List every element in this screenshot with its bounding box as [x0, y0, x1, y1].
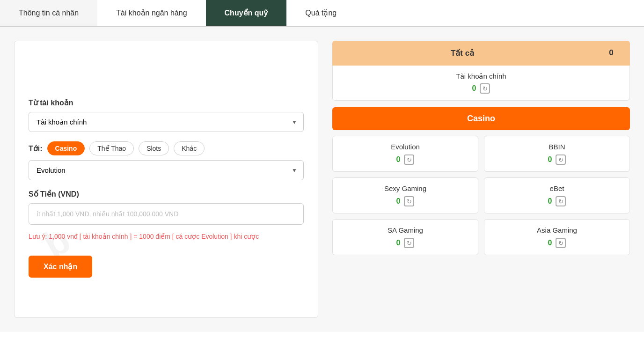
main-account-title: Tài khoản chính [340, 72, 622, 81]
main-account-value: 0 [472, 84, 476, 93]
provider-card-sexy-gaming: Sexy Gaming 0 ↻ [332, 177, 478, 213]
provider-card-asia-gaming: Asia Gaming 0 ↻ [484, 219, 630, 255]
provider-refresh-sa-gaming[interactable]: ↻ [404, 238, 414, 248]
main-account-value-row: 0 ↻ [340, 83, 622, 94]
provider-name-evolution: Evolution [340, 143, 470, 151]
tag-slots[interactable]: Slots [139, 141, 169, 155]
amount-label: Số Tiền (VND) [29, 190, 304, 198]
provider-select[interactable]: Evolution BBIN Sexy Gaming eBet SA Gamin… [29, 160, 304, 180]
tab-personal[interactable]: Thông tin cá nhân [0, 0, 97, 26]
main-account-refresh-icon[interactable]: ↻ [480, 83, 490, 94]
summary-value: 0 [593, 41, 630, 66]
provider-value-row-bbin: 0 ↻ [492, 154, 622, 165]
provider-select-wrapper: Evolution BBIN Sexy Gaming eBet SA Gamin… [29, 160, 304, 180]
tag-khac[interactable]: Khác [174, 141, 205, 155]
summary-label: Tất cả [332, 41, 593, 66]
tag-casino[interactable]: Casino [47, 141, 85, 155]
provider-value-bbin: 0 [548, 155, 552, 164]
from-select-wrapper: Tài khoản chính [29, 112, 304, 132]
confirm-button[interactable]: Xác nhận [29, 256, 92, 278]
provider-value-sa-gaming: 0 [396, 239, 401, 247]
left-panel: b Từ tài khoản Tài khoản chính Tới: Casi… [14, 41, 318, 318]
provider-name-bbin: BBIN [492, 143, 622, 151]
provider-value-evolution: 0 [396, 155, 401, 164]
tab-bank[interactable]: Tài khoản ngân hàng [97, 0, 205, 26]
provider-card-bbin: BBIN 0 ↻ [484, 136, 630, 172]
provider-card-evolution: Evolution 0 ↻ [332, 136, 478, 172]
tag-the-thao[interactable]: Thể Thao [89, 141, 134, 155]
toi-label: Tới: [29, 144, 43, 153]
provider-refresh-evolution[interactable]: ↻ [404, 154, 414, 165]
provider-name-sa-gaming: SA Gaming [340, 226, 470, 234]
provider-value-row-sa-gaming: 0 ↻ [340, 238, 470, 248]
provider-refresh-asia-gaming[interactable]: ↻ [556, 238, 566, 248]
provider-value-row-ebet: 0 ↻ [492, 196, 622, 206]
from-label: Từ tài khoản [29, 98, 304, 107]
from-account-select[interactable]: Tài khoản chính [29, 112, 304, 132]
provider-value-ebet: 0 [548, 197, 552, 206]
main-account-card: Tài khoản chính 0 ↻ [332, 66, 630, 101]
provider-value-asia-gaming: 0 [548, 239, 552, 247]
provider-name-asia-gaming: Asia Gaming [492, 226, 622, 234]
provider-card-ebet: eBet 0 ↻ [484, 177, 630, 213]
provider-name-ebet: eBet [492, 184, 622, 192]
provider-value-row-asia-gaming: 0 ↻ [492, 238, 622, 248]
note-text: Lưu ý: 1,000 vnđ [ tài khoản chính ] = 1… [29, 231, 304, 242]
tab-transfer[interactable]: Chuyển quỹ [206, 0, 287, 26]
toi-row: Tới: Casino Thể Thao Slots Khác [29, 141, 304, 155]
provider-refresh-sexy-gaming[interactable]: ↻ [404, 196, 414, 206]
summary-row: Tất cả 0 [332, 41, 630, 66]
provider-card-sa-gaming: SA Gaming 0 ↻ [332, 219, 478, 255]
right-panel: Tất cả 0 Tài khoản chính 0 ↻ Casino Evol… [332, 41, 630, 318]
casino-banner: Casino [332, 107, 630, 130]
provider-refresh-bbin[interactable]: ↻ [556, 154, 566, 165]
provider-value-row-sexy-gaming: 0 ↻ [340, 196, 470, 206]
tab-bar: Thông tin cá nhân Tài khoản ngân hàng Ch… [0, 0, 644, 27]
provider-refresh-ebet[interactable]: ↻ [556, 196, 566, 206]
provider-name-sexy-gaming: Sexy Gaming [340, 184, 470, 192]
provider-value-sexy-gaming: 0 [396, 197, 401, 206]
amount-input[interactable] [29, 203, 304, 225]
tab-gift[interactable]: Quà tặng [286, 0, 355, 26]
provider-grid: Evolution 0 ↻ BBIN 0 ↻ Sexy Gaming 0 ↻ [332, 136, 630, 255]
main-content: b Từ tài khoản Tài khoản chính Tới: Casi… [0, 27, 644, 332]
provider-value-row-evolution: 0 ↻ [340, 154, 470, 165]
